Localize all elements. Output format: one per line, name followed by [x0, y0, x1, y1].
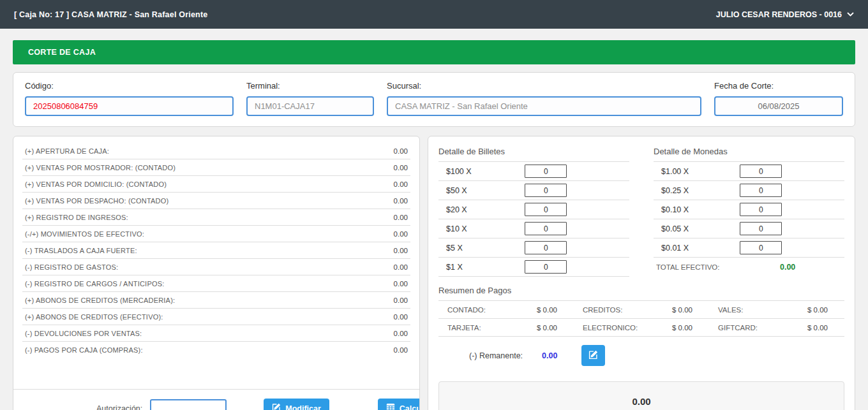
row-value: 0.00 [394, 297, 408, 304]
bill-5-count-input[interactable] [525, 241, 567, 254]
payment-value: $ 0.00 [537, 306, 557, 314]
row-value: 0.00 [394, 147, 408, 155]
payment-cell-tarjeta: TARJETA:$ 0.00 [438, 319, 574, 337]
row-value: 0.00 [394, 164, 408, 172]
payment-value: $ 0.00 [672, 306, 692, 314]
coin-0-10-count-input[interactable] [740, 203, 782, 216]
summary-row-ventas-despacho: (+) VENTAS POR DESPACHO: (CONTADO)0.00 [22, 193, 410, 209]
denom-label: $0.01 X [661, 244, 740, 253]
row-value: 0.00 [394, 280, 408, 288]
payments-section: Resumen de Pagos CONTADO:$ 0.00 CREDITOS… [438, 283, 844, 337]
denom-label: $20 X [446, 205, 525, 214]
row-label: (+) VENTAS POR DESPACHO: (CONTADO) [25, 197, 168, 205]
autorizacion-input[interactable] [150, 399, 227, 410]
edit-pencil-square-icon [588, 350, 598, 362]
payment-value: $ 0.00 [807, 324, 828, 332]
bill-100-count-input[interactable] [525, 165, 567, 178]
sucursal-group: Sucursal: [387, 81, 701, 116]
coin-row-05: $0.05 X [654, 219, 844, 238]
bill-20-count-input[interactable] [525, 203, 567, 216]
bill-row-100: $100 X [438, 162, 629, 181]
bills-title: Detalle de Billetes [438, 144, 629, 162]
row-value: 0.00 [394, 247, 408, 254]
row-label: (+) VENTAS POR DOMICILIO: (CONTADO) [25, 180, 167, 188]
payment-cell-electronico: ELECTRONICO:$ 0.00 [574, 319, 709, 337]
payment-label: ELECTRONICO: [583, 324, 638, 332]
row-label: (-) REGISTRO DE GASTOS: [25, 263, 118, 271]
coins-section: Detalle de Monedas $1.00 X $0.25 X $0.10… [654, 144, 844, 277]
remanente-label: (-) Remanente: [469, 351, 523, 360]
codigo-field[interactable] [25, 96, 234, 116]
user-menu[interactable]: JULIO CESAR RENDEROS - 0016 [716, 10, 854, 19]
summary-row-cargos-anticipos: (-) REGISTRO DE CARGOS / ANTICIPOS:0.00 [22, 275, 410, 292]
denom-label: $1.00 X [661, 167, 740, 176]
summary-row-registro-ingresos: (+) REGISTRO DE INGRESOS:0.00 [22, 209, 410, 226]
remanente-row: (-) Remanente: 0.00 [438, 337, 844, 374]
row-label: (-) PAGOS POR CAJA (COMPRAS): [25, 346, 143, 354]
coin-0-05-count-input[interactable] [740, 222, 782, 235]
total-efectivo-value: 0.00 [780, 263, 795, 272]
summary-row-ventas-mostrador: (+) VENTAS POR MOSTRADOR: (CONTADO)0.00 [22, 159, 410, 176]
denom-label: $0.10 X [661, 205, 740, 214]
denom-label: $0.05 X [661, 224, 740, 233]
codigo-group: Código: [25, 81, 234, 116]
coins-title: Detalle de Monedas [654, 144, 844, 162]
payment-value: $ 0.00 [672, 324, 692, 332]
calcular-button[interactable]: Calcular [378, 399, 420, 410]
edit-pencil-square-icon [272, 403, 281, 410]
remanente-edit-button[interactable] [581, 345, 605, 366]
summary-row-pagos-caja-compras: (-) PAGOS POR CAJA (COMPRAS):0.00 [22, 342, 410, 358]
bills-section: Detalle de Billetes $100 X $50 X $20 X $… [438, 144, 629, 277]
row-label: (+) REGISTRO DE INGRESOS: [25, 214, 128, 221]
fecha-corte-label: Fecha de Corte: [714, 81, 843, 91]
row-label: (+) ABONOS DE CREDITOS (MERCADERIA): [25, 297, 175, 304]
payment-value: $ 0.00 [537, 324, 557, 332]
bill-50-count-input[interactable] [525, 184, 567, 197]
user-menu-label: JULIO CESAR RENDEROS - 0016 [716, 10, 842, 19]
coin-row-25: $0.25 X [654, 181, 844, 200]
coin-0-01-count-input[interactable] [740, 241, 782, 254]
summary-footer: Autorización: Modificar Calcular [13, 389, 419, 410]
cut-summary-panel: (+) APERTURA DE CAJA:0.00 (+) VENTAS POR… [13, 136, 420, 410]
row-label: (-) TRASLADOS A CAJA FUERTE: [25, 247, 137, 254]
row-label: (-/+) MOVIMIENTOS DE EFECTIVO: [25, 230, 144, 238]
chevron-down-icon [847, 12, 854, 17]
row-value: 0.00 [394, 214, 408, 221]
coin-row-100: $1.00 X [654, 162, 844, 181]
denom-label: $1 X [446, 263, 525, 272]
sucursal-field[interactable] [387, 96, 701, 116]
denom-label: $0.25 X [661, 186, 740, 195]
cash-detail-panel: Detalle de Billetes $100 X $50 X $20 X $… [428, 136, 855, 410]
fecha-corte-field[interactable] [714, 96, 843, 116]
summary-row-apertura: (+) APERTURA DE CAJA:0.00 [22, 143, 410, 159]
row-value: 0.00 [394, 346, 408, 354]
bill-1-count-input[interactable] [525, 260, 567, 274]
autorizacion-label: Autorización: [96, 404, 142, 410]
row-label: (+) APERTURA DE CAJA: [25, 147, 109, 155]
payment-cell-contado: CONTADO:$ 0.00 [438, 301, 574, 319]
row-value: 0.00 [394, 197, 408, 205]
fecha-corte-group: Fecha de Corte: [714, 81, 843, 116]
summary-row-devoluciones-ventas: (-) DEVOLUCIONES POR VENTAS:0.00 [22, 325, 410, 342]
grand-total-box: 0.00 [438, 381, 844, 410]
row-value: 0.00 [394, 230, 408, 238]
sucursal-label: Sucursal: [387, 81, 701, 91]
calculator-icon [386, 403, 395, 410]
top-bar: [ Caja No: 17 ] CASA MATRIZ - San Rafael… [0, 0, 868, 29]
terminal-field[interactable] [246, 96, 374, 116]
bill-10-count-input[interactable] [525, 222, 567, 235]
payment-cell-creditos: CREDITOS:$ 0.00 [574, 301, 709, 319]
denom-label: $50 X [446, 186, 525, 195]
row-value: 0.00 [394, 263, 408, 271]
codigo-label: Código: [25, 81, 234, 91]
terminal-group: Terminal: [246, 81, 374, 116]
coin-1-00-count-input[interactable] [740, 165, 782, 178]
modificar-button[interactable]: Modificar [264, 399, 329, 410]
bill-row-50: $50 X [438, 181, 629, 200]
summary-row-ventas-domicilio: (+) VENTAS POR DOMICILIO: (CONTADO)0.00 [22, 176, 410, 193]
terminal-label: Terminal: [246, 81, 374, 91]
coin-0-25-count-input[interactable] [740, 184, 782, 197]
coin-row-10: $0.10 X [654, 200, 844, 219]
payment-label: VALES: [718, 306, 743, 314]
denom-label: $10 X [446, 224, 525, 233]
